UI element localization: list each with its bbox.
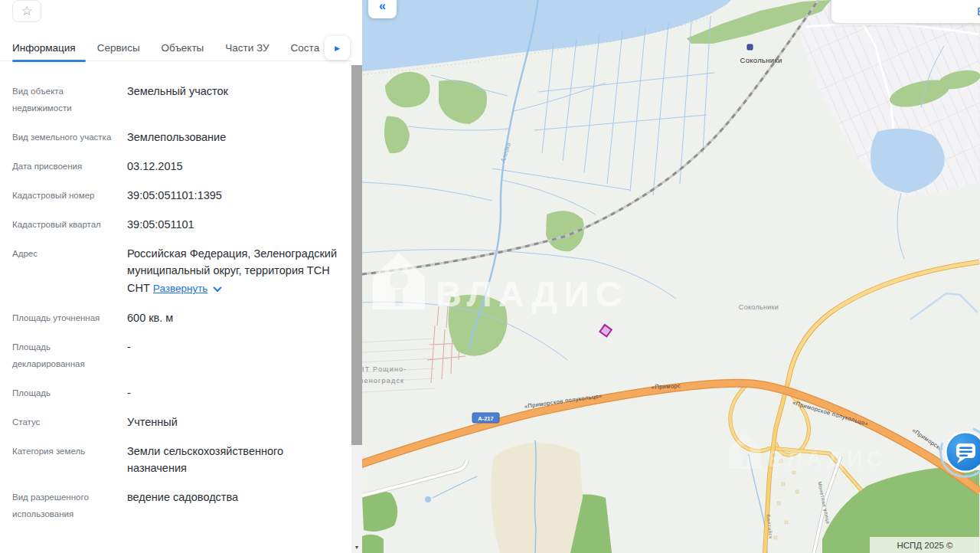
place-label-snt-line2: леноградск	[362, 377, 404, 384]
scrollbar-thumb[interactable]	[351, 65, 362, 445]
field-value: 39:05:051101	[127, 216, 339, 233]
watermark-text: ВЛАДИС	[436, 273, 628, 314]
field-label: Вид объекта недвижимости	[12, 83, 116, 116]
field-row: Площадь уточненная 600 кв. м	[12, 309, 339, 326]
tab-information[interactable]: Информация	[12, 42, 76, 54]
farm-field	[491, 443, 583, 553]
field-row: Вид земельного участка Землепользование	[12, 129, 339, 146]
field-row: Дата присвоения 03.12.2015	[12, 158, 339, 175]
app-root: ☆ Информация Сервисы Объекты Части ЗУ Со…	[0, 0, 980, 553]
field-row: Площадь -	[12, 384, 339, 401]
field-row: Кадастровый квартал 39:05:051101	[12, 216, 339, 233]
scrollbar-down-arrow-icon[interactable]: ▼	[351, 542, 362, 553]
tab-parts-zu[interactable]: Части ЗУ	[225, 42, 269, 54]
place-label-sokolniki-station: Сокольники	[740, 56, 782, 64]
field-value: Землепользование	[127, 129, 339, 146]
field-value: Учтенный	[127, 414, 339, 430]
field-label: Адрес	[12, 245, 116, 297]
field-label: Статус	[12, 414, 116, 430]
field-label: Площадь уточненная	[12, 309, 116, 326]
panel-tabs: Информация Сервисы Объекты Части ЗУ Сост…	[0, 34, 351, 61]
field-label: Категория земель	[12, 443, 116, 476]
field-value: 03.12.2015	[127, 158, 339, 175]
small-pond	[425, 496, 431, 502]
star-icon: ☆	[21, 3, 32, 19]
field-row: Кадастровый номер 39:05:051101:1395	[12, 187, 339, 204]
field-value: -	[127, 339, 339, 372]
field-value: -	[127, 384, 339, 401]
expand-address-link[interactable]: Развернуть	[153, 280, 221, 297]
field-label: Вид разрешенного использования	[12, 489, 116, 522]
map-canvas[interactable]: ВЛАДИС ВЛАДИС А-217 «Приморское полуколь…	[362, 0, 980, 553]
field-value: Земли сельскохозяйственного назначения	[127, 443, 339, 476]
arrow-right-icon: ▶	[335, 44, 340, 52]
place-label-sokolniki-area: Сокольники	[739, 303, 779, 311]
field-label: Кадастровый квартал	[12, 216, 116, 233]
a217-badge-text: А-217	[478, 415, 493, 422]
field-value: ведение садоводства	[127, 489, 339, 522]
favorite-button[interactable]: ☆	[12, 0, 41, 22]
tab-composition[interactable]: Соста	[291, 42, 320, 54]
field-label: Площадь	[12, 384, 116, 401]
double-chevron-left-icon: «	[379, 0, 386, 13]
expand-link-label: Развернуть	[153, 280, 208, 297]
field-row: Вид объекта недвижимости Земельный участ…	[12, 83, 339, 116]
field-row: Вид разрешенного использования ведение с…	[12, 489, 339, 522]
map-attribution: НСПД 2025 ©	[870, 537, 980, 553]
field-value: 39:05:051101:1395	[127, 187, 339, 204]
field-value: 600 кв. м	[127, 309, 339, 326]
field-value: Земельный участок	[127, 83, 339, 116]
tab-services[interactable]: Сервисы	[97, 42, 140, 54]
top-right-popup: В	[831, 0, 980, 23]
object-info-panel: ☆ Информация Сервисы Объекты Части ЗУ Со…	[0, 0, 362, 553]
station-marker	[747, 44, 753, 50]
field-row-address: Адрес Российская Федерация, Зеленоградск…	[12, 245, 339, 297]
field-row: Категория земель Земли сельскохозяйствен…	[12, 443, 339, 476]
field-list: Вид объекта недвижимости Земельный участ…	[0, 61, 351, 535]
chevron-down-icon	[214, 283, 222, 292]
field-row: Площадь декларированная -	[12, 339, 339, 372]
field-value: Российская Федерация, Зеленоградский мун…	[127, 245, 339, 297]
field-label: Вид земельного участка	[12, 129, 116, 146]
popup-link[interactable]: В	[977, 5, 980, 18]
watermark-ghost-text: ВЛАДИС	[768, 447, 887, 471]
field-label: Кадастровый номер	[12, 187, 116, 204]
map-container: ВЛАДИС ВЛАДИС А-217 «Приморское полуколь…	[362, 0, 980, 553]
field-row: Статус Учтенный	[12, 414, 339, 430]
tabs-overflow-button[interactable]: ▶	[325, 36, 350, 60]
field-label: Дата присвоения	[12, 158, 116, 175]
panel-scrollbar[interactable]: ▼	[351, 65, 362, 553]
place-label-snt-line1: НТ Рощино-	[362, 365, 407, 373]
tab-objects[interactable]: Объекты	[162, 42, 204, 54]
collapse-panel-button[interactable]: «	[368, 0, 397, 18]
field-label: Площадь декларированная	[12, 339, 116, 372]
